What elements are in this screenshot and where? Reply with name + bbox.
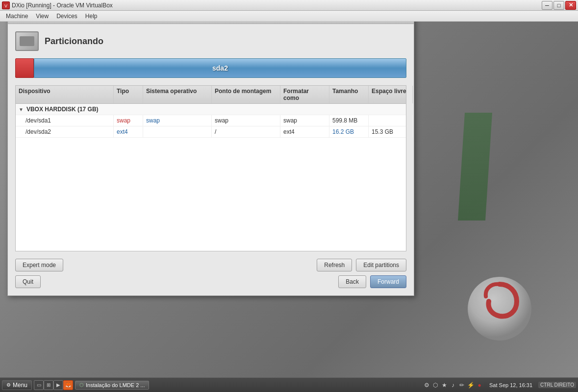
vbox-titlebar-controls: ─ □ ✕ — [542, 1, 576, 10]
tray-icon-network[interactable]: ⬡ — [431, 381, 439, 389]
cell-size-sda2: 16.2 GB — [329, 126, 369, 137]
section-title: Particionando — [45, 36, 103, 47]
taskbar: ⚙ Menu ▭ ⊞ ▶ 🦊 ⬡ Instalação do LMDE 2 ..… — [0, 377, 578, 392]
right-buttons-1: Refresh Edit partitions — [317, 259, 406, 271]
tray-icon-settings[interactable]: ⚙ — [423, 381, 430, 389]
vbox-titlebar-left: V DXio [Running] - Oracle VM VirtualBox — [2, 1, 113, 9]
tray-icon-volume[interactable]: ♪ — [449, 381, 457, 389]
partition-bar-blue: sda2 — [34, 58, 406, 78]
quit-button[interactable]: Quit — [15, 275, 41, 288]
disk-row-label: VBOX HARDDISK (17 GB) — [26, 106, 99, 113]
cell-mount-sda1: swap — [212, 115, 280, 126]
table-row[interactable]: /dev/sda1 swap swap swap swap 599.8 MB — [16, 115, 406, 126]
taskbar-icon-3[interactable]: ▶ — [53, 380, 63, 390]
vbox-titlebar: V DXio [Running] - Oracle VM VirtualBox … — [0, 0, 578, 11]
menu-view[interactable]: View — [32, 12, 52, 21]
forward-button[interactable]: Forward — [370, 275, 406, 288]
button-row-2: Quit Back Forward — [15, 275, 406, 288]
taskbar-right: ⚙ ⬡ ★ ♪ ✏ ⚡ ● Sat Sep 12, 16:31 CTRL DIR… — [423, 381, 576, 389]
tray-icon-debian[interactable]: ● — [476, 381, 483, 389]
cell-mount-sda2: / — [212, 126, 280, 137]
maximize-button[interactable]: □ — [553, 1, 564, 10]
cell-os-sda2 — [143, 126, 212, 137]
table-header: Dispositivo Tipo Sistema operativo Ponto… — [16, 86, 406, 104]
col-format: Formatar como — [280, 86, 329, 103]
tray-icon-pencil[interactable]: ✏ — [458, 381, 466, 389]
partition-bar: sda2 — [15, 58, 406, 78]
taskbar-icon-2[interactable]: ⊞ — [44, 380, 53, 390]
menu-help[interactable]: Help — [81, 12, 101, 21]
col-free: Espaço livre — [369, 86, 413, 103]
taskbar-clock: Sat Sep 12, 16:31 — [486, 382, 535, 388]
taskbar-icon-1[interactable]: ▭ — [34, 380, 44, 390]
cell-free-sda2: 15.3 GB — [369, 126, 413, 137]
partition-bar-red — [15, 58, 34, 78]
tray-icons: ⚙ ⬡ ★ ♪ ✏ ⚡ ● — [423, 381, 483, 389]
nav-buttons: Back Forward — [338, 275, 406, 288]
col-mount: Ponto de montagem — [212, 86, 280, 103]
debian-logo — [460, 265, 539, 343]
installer-header: Particionando — [15, 31, 406, 51]
installer-window: ▼ Instalação do LMDE 2 Betsy (as superus… — [7, 10, 414, 296]
cell-os-sda1: swap — [143, 115, 212, 126]
taskbar-menu-button[interactable]: ⚙ Menu — [2, 380, 32, 390]
cell-type-sda1: swap — [114, 115, 143, 126]
cell-format-sda2: ext4 — [280, 126, 329, 137]
taskbar-app-installer[interactable]: ⬡ Instalação do LMDE 2 ... — [75, 381, 149, 390]
vbox-app-icon: V — [2, 1, 10, 9]
expert-mode-button[interactable]: Expert mode — [15, 259, 63, 271]
partition-table: Dispositivo Tipo Sistema operativo Ponto… — [15, 85, 406, 251]
table-row[interactable]: /dev/sda2 ext4 / ext4 16.2 GB 15.3 GB — [16, 126, 406, 138]
cell-size-sda1: 599.8 MB — [329, 115, 369, 126]
hdd-icon — [15, 31, 39, 51]
tray-icon-folder[interactable]: ★ — [440, 381, 448, 389]
table-body: ▼ VBOX HARDDISK (17 GB) /dev/sda1 swap s… — [16, 104, 406, 251]
ctrl-label: CTRL DIREITO — [538, 382, 576, 388]
cell-type-sda2: ext4 — [114, 126, 143, 137]
tray-icon-battery[interactable]: ⚡ — [467, 381, 475, 389]
cell-device-sda1: /dev/sda1 — [16, 115, 114, 126]
disk-row[interactable]: ▼ VBOX HARDDISK (17 GB) — [16, 104, 406, 115]
back-button[interactable]: Back — [338, 275, 366, 288]
installer-body: Particionando sda2 Dispositivo Tipo Sist… — [8, 24, 414, 295]
cell-free-sda1 — [369, 115, 413, 126]
cell-format-sda1: swap — [280, 115, 329, 126]
disk-row-arrow: ▼ — [19, 107, 24, 112]
col-device: Dispositivo — [16, 86, 114, 103]
minimize-button[interactable]: ─ — [542, 1, 553, 10]
refresh-button[interactable]: Refresh — [317, 259, 352, 271]
col-type: Tipo — [114, 86, 143, 103]
menu-machine[interactable]: Machine — [2, 12, 32, 21]
cell-device-sda2: /dev/sda2 — [16, 126, 114, 137]
button-row-1: Expert mode Refresh Edit partitions — [15, 259, 406, 271]
col-size: Tamanho — [329, 86, 369, 103]
menu-devices[interactable]: Devices — [52, 12, 81, 21]
col-os: Sistema operativo — [143, 86, 212, 103]
close-button[interactable]: ✕ — [565, 1, 576, 10]
taskbar-icon-firefox[interactable]: 🦊 — [63, 380, 73, 390]
edit-partitions-button[interactable]: Edit partitions — [356, 259, 406, 271]
vbox-title-text: DXio [Running] - Oracle VM VirtualBox — [12, 2, 113, 9]
vbox-menubar: Machine View Devices Help — [0, 11, 578, 22]
